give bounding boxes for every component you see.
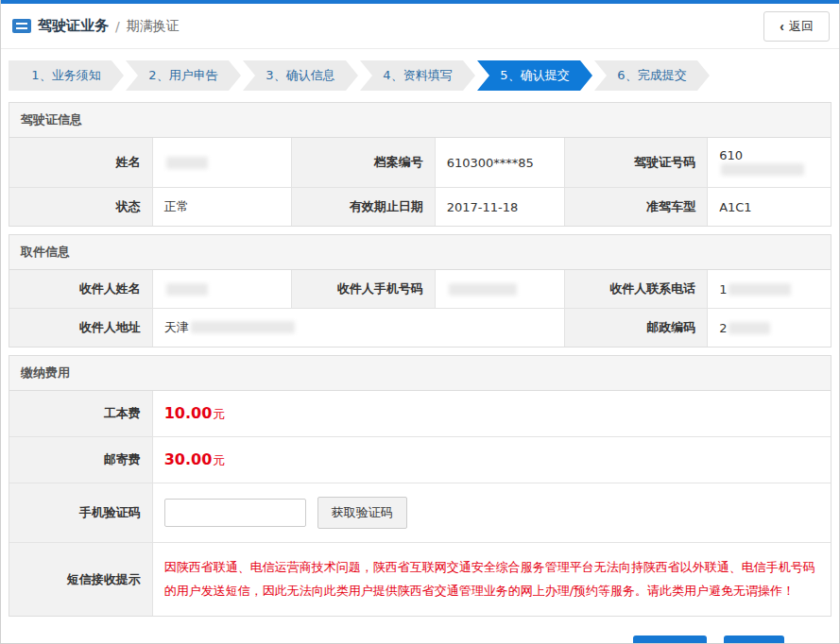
pickup-info-section: 取件信息 收件人姓名 收件人手机号码 收件人联系电话 1 收件人地址 天津 邮政… (9, 234, 831, 347)
table-row: 收件人地址 天津 邮政编码 2 (9, 309, 831, 347)
step-5-confirm-submit: 5、确认提交 (477, 60, 592, 91)
sms-notice-text: 因陕西省联通、电信运营商技术问题，陕西省互联网交通安全综合服务管理平台无法向持陕… (164, 556, 819, 602)
zip-prefix: 2 (719, 321, 727, 335)
redacted-name (166, 157, 208, 169)
name-label: 姓名 (9, 138, 152, 188)
file-number-value: 610300****85 (435, 138, 564, 188)
license-number-prefix: 610 (719, 148, 743, 162)
table-row: 手机验证码 获取验证码 (9, 483, 831, 543)
captcha-cell: 获取验证码 (152, 483, 831, 543)
expiry-date-value: 2017-11-18 (435, 188, 564, 227)
recipient-tel-value: 1 (708, 270, 831, 309)
redacted-address (191, 321, 295, 333)
status-value: 正常 (152, 188, 292, 227)
address-value: 天津 (152, 309, 564, 347)
name-value (152, 138, 292, 188)
redacted-license-number (721, 163, 804, 176)
table-row: 短信接收提示 因陕西省联通、电信运营商技术问题，陕西省互联网交通安全综合服务管理… (9, 543, 831, 617)
redacted-zip (729, 322, 770, 334)
postage-fee-value: 30.00元 (152, 437, 831, 483)
table-row: 状态 正常 有效期止日期 2017-11-18 准驾车型 A1C1 (9, 188, 831, 227)
production-fee-label: 工本费 (9, 391, 152, 437)
table-row: 邮寄费 30.00元 (9, 437, 831, 483)
production-fee-amount: 10.00 (164, 404, 213, 422)
license-number-label: 驾驶证号码 (564, 138, 707, 188)
production-fee-value: 10.00元 (152, 391, 831, 437)
fees-table: 工本费 10.00元 邮寄费 30.00元 手机验证码 获取验证码 短信接收提 (9, 391, 831, 616)
address-prefix: 天津 (164, 320, 189, 334)
pickup-info-table: 收件人姓名 收件人手机号码 收件人联系电话 1 收件人地址 天津 邮政编码 2 (9, 270, 831, 347)
license-section-title: 驾驶证信息 (9, 103, 831, 138)
bottom-actions: 上一步 完成 (1, 624, 839, 644)
redacted-recipient-tel (729, 283, 791, 296)
license-card-icon (12, 19, 31, 33)
status-label: 状态 (9, 188, 152, 227)
postage-fee-unit: 元 (213, 453, 225, 467)
page-subtitle: 期满换证 (127, 18, 180, 35)
redacted-recipient-name (166, 283, 208, 296)
page-header: 驾驶证业务 / 期满换证 ‹ 返回 (1, 4, 839, 49)
title-area: 驾驶证业务 / 期满换证 (12, 17, 180, 35)
recipient-name-label: 收件人姓名 (9, 270, 152, 309)
recipient-tel-label: 收件人联系电话 (564, 270, 707, 309)
zip-value: 2 (708, 309, 831, 347)
captcha-input[interactable] (164, 499, 306, 527)
back-button-label: 返回 (789, 18, 814, 35)
file-number-label: 档案编号 (292, 138, 435, 188)
fees-section: 缴纳费用 工本费 10.00元 邮寄费 30.00元 手机验证码 (9, 355, 831, 617)
license-info-table: 姓名 档案编号 610300****85 驾驶证号码 610 状态 正常 有效期… (9, 138, 831, 226)
postage-fee-label: 邮寄费 (9, 437, 152, 483)
previous-step-button[interactable]: 上一步 (633, 636, 707, 644)
step-3-confirm-info: 3、确认信息 (243, 60, 358, 91)
zip-label: 邮政编码 (564, 309, 707, 347)
back-button[interactable]: ‹ 返回 (763, 11, 830, 42)
fees-section-title: 缴纳费用 (9, 356, 831, 391)
production-fee-unit: 元 (213, 407, 225, 421)
recipient-name-value (152, 270, 292, 309)
pickup-section-title: 取件信息 (9, 235, 831, 270)
step-2-user-declaration: 2、用户申告 (126, 60, 241, 91)
step-1-business-notice: 1、业务须知 (9, 60, 124, 91)
page-container: 驾驶证业务 / 期满换证 ‹ 返回 1、业务须知 2、用户申告 3、确认信息 4… (0, 0, 840, 644)
table-row: 工本费 10.00元 (9, 391, 831, 437)
sms-tip-label: 短信接收提示 (9, 543, 152, 617)
table-row: 姓名 档案编号 610300****85 驾驶证号码 610 (9, 138, 831, 188)
vehicle-type-label: 准驾车型 (564, 188, 707, 227)
license-info-section: 驾驶证信息 姓名 档案编号 610300****85 驾驶证号码 610 状态 … (9, 102, 831, 227)
step-4-fill-data: 4、资料填写 (360, 60, 475, 91)
finish-button[interactable]: 完成 (724, 636, 784, 644)
title-separator: / (115, 19, 120, 34)
recipient-phone-value (435, 270, 564, 309)
recipient-phone-label: 收件人手机号码 (292, 270, 435, 309)
license-number-value: 610 (708, 138, 831, 188)
sms-tip-cell: 因陕西省联通、电信运营商技术问题，陕西省互联网交通安全综合服务管理平台无法向持陕… (152, 543, 831, 617)
step-6-complete-submit: 6、完成提交 (594, 60, 710, 91)
expiry-date-label: 有效期止日期 (292, 188, 435, 227)
chevron-left-icon: ‹ (780, 20, 784, 33)
redacted-recipient-phone (449, 283, 517, 296)
captcha-label: 手机验证码 (9, 483, 152, 543)
vehicle-type-value: A1C1 (708, 188, 831, 227)
postage-fee-amount: 30.00 (164, 450, 213, 468)
table-row: 收件人姓名 收件人手机号码 收件人联系电话 1 (9, 270, 831, 309)
address-label: 收件人地址 (9, 309, 152, 347)
recipient-tel-prefix: 1 (719, 282, 727, 297)
page-title: 驾驶证业务 (38, 17, 109, 35)
step-wizard: 1、业务须知 2、用户申告 3、确认信息 4、资料填写 5、确认提交 6、完成提… (1, 49, 839, 94)
get-captcha-button[interactable]: 获取验证码 (317, 497, 407, 529)
